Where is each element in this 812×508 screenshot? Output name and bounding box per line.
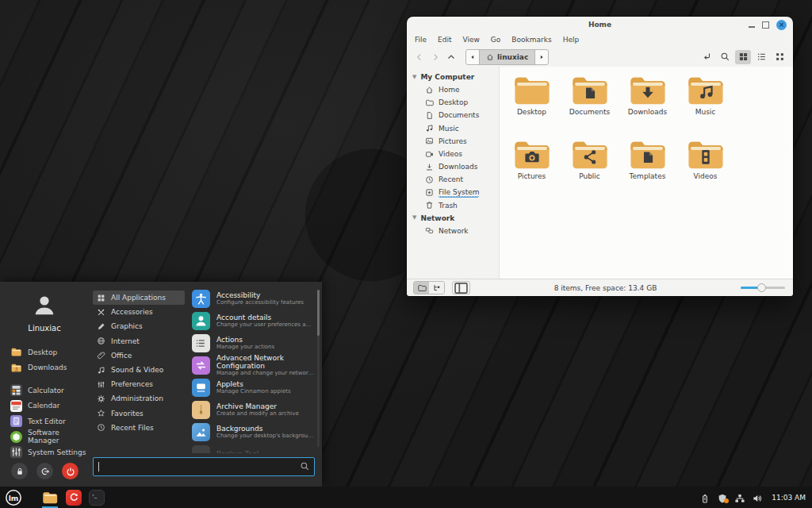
category-office[interactable]: Office: [93, 348, 185, 363]
battery-tray-icon[interactable]: [699, 492, 710, 503]
file-videos[interactable]: Videos: [676, 136, 734, 200]
file-templates[interactable]: Templates: [619, 136, 676, 200]
favorite-text-editor[interactable]: Text Editor: [0, 414, 89, 429]
close-button[interactable]: ×: [776, 20, 787, 30]
update-badge: [724, 498, 729, 503]
sidebar-item-desktop[interactable]: Desktop: [407, 96, 499, 109]
taskbar-red-app[interactable]: [66, 487, 82, 508]
mint-logo-icon: [5, 489, 22, 506]
app-archive-manager[interactable]: Archive ManagerCreate and modify an arch…: [192, 398, 314, 421]
volume-tray-icon[interactable]: [752, 492, 763, 503]
maximize-button[interactable]: [762, 21, 769, 29]
file-pictures[interactable]: Pictures: [503, 136, 561, 200]
category-sound-video[interactable]: Sound & Video: [93, 363, 185, 377]
menu-app-list: AccessibilityConfigure accessibility fea…: [187, 282, 322, 453]
place-downloads[interactable]: Downloads: [0, 360, 89, 376]
menu-go[interactable]: Go: [491, 36, 500, 44]
file-music[interactable]: Music: [676, 71, 734, 136]
menu-help[interactable]: Help: [563, 36, 580, 44]
sidebar-item-home[interactable]: Home: [407, 83, 499, 96]
taskbar-file-manager[interactable]: [41, 487, 59, 508]
menu-view[interactable]: View: [463, 36, 480, 44]
favorite-system-settings[interactable]: System Settings: [0, 444, 89, 460]
place-desktop[interactable]: Desktop: [0, 344, 89, 360]
file-downloads[interactable]: Downloads: [619, 71, 676, 136]
sidebar-item-recent[interactable]: Recent: [407, 173, 499, 186]
menu-search-input[interactable]: [93, 457, 315, 476]
file-public[interactable]: Public: [561, 136, 619, 200]
category-preferences[interactable]: Preferences: [93, 377, 185, 391]
category-favorites[interactable]: Favorites: [93, 406, 185, 421]
breadcrumb-left-icon[interactable]: [466, 50, 479, 64]
search-button[interactable]: [717, 50, 733, 64]
grid-view-icon: [738, 52, 749, 62]
category-internet[interactable]: Internet: [93, 334, 185, 348]
sidebar-item-music[interactable]: Music: [407, 122, 499, 135]
statusbar: 8 items, Free space: 13.4 GB: [407, 279, 793, 296]
file-documents[interactable]: Documents: [561, 71, 619, 136]
forward-button[interactable]: [428, 50, 442, 64]
titlebar[interactable]: Home ×: [407, 17, 793, 33]
sidebar-section-network[interactable]: ▼ Network: [407, 212, 499, 225]
sidebar-item-videos[interactable]: Videos: [407, 148, 499, 160]
list-view-button[interactable]: [753, 50, 769, 64]
taskbar-terminal[interactable]: ›_: [89, 487, 105, 508]
network-configuration-icon: [192, 356, 210, 375]
favorite-calculator[interactable]: Calculator: [0, 383, 89, 398]
scrollbar-thumb[interactable]: [317, 290, 320, 336]
sidebar-item-documents[interactable]: Documents: [407, 109, 499, 121]
collapse-triangle-icon[interactable]: ▼: [412, 75, 416, 80]
category-all-applications[interactable]: All Applications: [93, 291, 185, 305]
file-desktop[interactable]: Desktop: [503, 71, 561, 136]
menu-button[interactable]: [5, 487, 22, 508]
app-account-details[interactable]: Account detailsChange your user preferen…: [192, 310, 314, 332]
app-accessibility[interactable]: AccessibilityConfigure accessibility fea…: [192, 287, 314, 310]
category-administration[interactable]: Administration: [93, 391, 185, 406]
app-list-scrollbar[interactable]: [317, 290, 320, 447]
app-backgrounds[interactable]: BackgroundsChange your desktop's backgro…: [192, 421, 314, 443]
sidebar-item-pictures[interactable]: Pictures: [407, 135, 499, 148]
favorite-software-manager[interactable]: Software Manager: [0, 429, 89, 445]
network-tray-icon[interactable]: [734, 492, 745, 503]
breadcrumb-right-icon[interactable]: [535, 50, 548, 64]
app-advanced-network-configuration[interactable]: Advanced Network ConfigurationManage and…: [192, 354, 314, 376]
sidebar-item-trash[interactable]: Trash: [407, 199, 499, 212]
folder-icon: [514, 75, 550, 106]
back-button[interactable]: [412, 50, 426, 64]
up-button[interactable]: [444, 50, 458, 64]
menu-edit[interactable]: Edit: [438, 36, 451, 44]
slider-knob[interactable]: [757, 283, 766, 292]
toggle-tree-pane-button[interactable]: [429, 282, 444, 294]
breadcrumb-home-button[interactable]: linuxiac: [479, 50, 535, 64]
sidebar-item-file-system[interactable]: File System: [407, 187, 499, 199]
menu-bookmarks[interactable]: Bookmarks: [511, 36, 551, 44]
category-graphics[interactable]: Graphics: [93, 319, 185, 333]
favorite-calendar[interactable]: Calendar: [0, 398, 89, 414]
app-actions[interactable]: ActionsManage your actions: [192, 332, 314, 354]
toggle-sidebar-button[interactable]: [452, 281, 470, 294]
category-recent-files[interactable]: Recent Files: [93, 421, 185, 435]
file-view[interactable]: Desktop Documents Downloads Music Pictur…: [499, 67, 793, 279]
category-accessories[interactable]: Accessories: [93, 305, 185, 319]
toggle-places-pane-button[interactable]: [414, 282, 429, 294]
search-icon: [300, 461, 310, 471]
icon-view-button[interactable]: [735, 50, 751, 64]
menu-file[interactable]: File: [415, 36, 427, 44]
app-backup-tool[interactable]: Backup Tool: [192, 443, 314, 453]
user-avatar[interactable]: [32, 293, 57, 318]
toggle-location-entry-button[interactable]: [699, 50, 714, 64]
sidebar-section-my-computer[interactable]: ▼ My Computer: [407, 71, 499, 83]
app-applets[interactable]: AppletsManage Cinnamon applets: [192, 376, 314, 398]
sidebar-item-downloads[interactable]: Downloads: [407, 160, 499, 173]
zoom-slider[interactable]: [741, 282, 785, 294]
breadcrumb: linuxiac: [465, 49, 549, 65]
compact-view-button[interactable]: [772, 50, 787, 64]
collapse-triangle-icon[interactable]: ▼: [412, 215, 416, 221]
shutdown-button[interactable]: [62, 463, 79, 479]
minimize-button[interactable]: [749, 26, 755, 28]
lock-screen-button[interactable]: [11, 463, 28, 479]
logout-button[interactable]: [36, 463, 53, 479]
clock[interactable]: 11:03 AM: [772, 494, 806, 502]
paperclip-icon: [97, 351, 105, 360]
update-manager-tray-icon[interactable]: [717, 492, 728, 503]
